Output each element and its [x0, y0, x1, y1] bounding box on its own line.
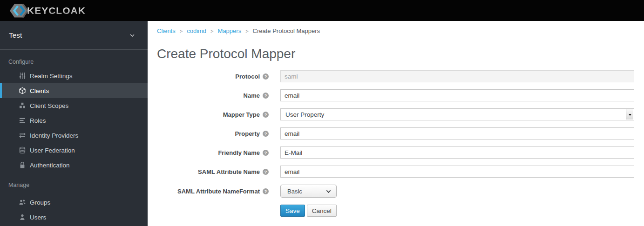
mapper-type-selected-value: User Property: [285, 111, 324, 118]
field-label-column: Property ?: [157, 130, 280, 137]
groups-icon: [19, 199, 26, 206]
sidebar-item-label: Groups: [30, 199, 50, 206]
sidebar: Test Configure Realm Settings Clients Cl…: [0, 21, 148, 226]
dropdown-arrow-icon[interactable]: [626, 109, 633, 120]
field-label-column: Name ?: [157, 92, 280, 99]
cube-icon: [19, 87, 26, 94]
field-input-column: Basic: [280, 185, 634, 198]
sidebar-item-label: Users: [30, 214, 46, 221]
breadcrumb-separator-icon: >: [180, 28, 183, 34]
field-input-column: [280, 127, 634, 140]
sidebar-item-label: Authentication: [30, 162, 70, 169]
field-input-column: [280, 70, 634, 82]
sidebar-item-label: User Federation: [30, 147, 75, 154]
form-row: Protocol ?: [157, 70, 634, 82]
saml-attribute-name-input[interactable]: [280, 166, 634, 178]
arrows-icon: [19, 132, 26, 139]
sidebar-item-clients[interactable]: Clients: [0, 83, 148, 98]
field-label-column: Protocol ?: [157, 73, 280, 80]
field-label: SAML Attribute NameFormat: [177, 188, 260, 195]
form-row: SAML Attribute NameFormat ? Basic: [157, 185, 634, 198]
help-icon[interactable]: ?: [263, 169, 269, 175]
help-icon[interactable]: ?: [263, 150, 269, 156]
field-input-column: User Property: [280, 108, 634, 120]
breadcrumb-link-clients[interactable]: Clients: [157, 27, 176, 34]
saml-attribute-nameformat-select[interactable]: Basic: [280, 185, 337, 198]
brand-wordmark: KEYCLOAK: [27, 5, 86, 16]
form-actions: Save Cancel: [280, 205, 634, 217]
form-row: Friendly Name ?: [157, 146, 634, 159]
sidebar-item-authentication[interactable]: Authentication: [0, 158, 148, 173]
form-row: Mapper Type ? User Property: [157, 108, 634, 120]
sidebar-nav: Configure Realm Settings Clients Client …: [0, 50, 148, 225]
breadcrumb-separator-icon: >: [210, 28, 213, 34]
sidebar-item-label: Client Scopes: [30, 102, 68, 109]
field-label: Mapper Type: [223, 111, 260, 118]
main-content: Clients>codimd>Mappers>Create Protocol M…: [148, 21, 644, 226]
sliders-icon: [19, 72, 26, 80]
sidebar-item-roles[interactable]: Roles: [0, 113, 148, 128]
field-label-column: SAML Attribute NameFormat ?: [157, 188, 280, 195]
field-label: Protocol: [235, 73, 260, 80]
help-icon[interactable]: ?: [263, 93, 269, 99]
field-label: Friendly Name: [218, 149, 260, 156]
top-bar: KEYCLOAK: [0, 0, 644, 21]
realm-selector[interactable]: Test: [0, 21, 148, 50]
list-icon: [19, 117, 26, 124]
lock-icon: [19, 161, 26, 169]
breadcrumb-separator-icon: >: [245, 28, 248, 34]
mapper-type-select[interactable]: User Property: [280, 108, 634, 120]
sidebar-item-label: Identity Providers: [30, 132, 78, 139]
breadcrumb: Clients>codimd>Mappers>Create Protocol M…: [157, 27, 634, 34]
field-label-column: SAML Attribute Name ?: [157, 168, 280, 175]
sidebar-item-user-federation[interactable]: User Federation: [0, 143, 148, 158]
sidebar-item-label: Realm Settings: [30, 73, 73, 80]
keycloak-logo[interactable]: KEYCLOAK: [10, 3, 86, 18]
sidebar-item-identity-providers[interactable]: Identity Providers: [0, 128, 148, 143]
cubes-icon: [19, 102, 26, 109]
sidebar-item-realm-settings[interactable]: Realm Settings: [0, 68, 148, 83]
help-icon[interactable]: ?: [263, 131, 269, 137]
help-icon[interactable]: ?: [263, 188, 269, 194]
breadcrumb-current-create-protocol-mappers: Create Protocol Mappers: [253, 27, 320, 34]
user-icon: [19, 213, 26, 221]
friendly-name-input[interactable]: [280, 146, 634, 159]
field-label: SAML Attribute Name: [198, 168, 260, 175]
chevron-down-icon: [129, 32, 136, 39]
chevron-down-icon: [326, 188, 331, 193]
field-label: Property: [235, 130, 260, 137]
form-row: Property ?: [157, 127, 634, 140]
sidebar-item-client-scopes[interactable]: Client Scopes: [0, 98, 148, 113]
sidebar-section-label: Manage: [0, 173, 148, 195]
field-label-column: Friendly Name ?: [157, 149, 280, 156]
form-row: SAML Attribute Name ?: [157, 166, 634, 178]
field-input-column: [280, 89, 634, 101]
help-icon[interactable]: ?: [263, 112, 269, 118]
saml-attribute-nameformat-selected-value: Basic: [287, 188, 302, 195]
sidebar-item-users[interactable]: Users: [0, 210, 148, 225]
create-protocol-mapper-form: Protocol ? Name ? Mapper Type ? User Pro…: [157, 70, 634, 198]
database-icon: [19, 146, 26, 154]
breadcrumb-link-mappers[interactable]: Mappers: [218, 27, 242, 34]
field-label: Name: [244, 92, 260, 99]
field-input-column: [280, 166, 634, 178]
breadcrumb-link-codimd[interactable]: codimd: [187, 27, 206, 34]
property-input[interactable]: [280, 127, 634, 140]
sidebar-item-groups[interactable]: Groups: [0, 195, 148, 210]
save-button[interactable]: Save: [280, 205, 305, 217]
realm-name: Test: [9, 31, 22, 40]
form-row: Name ?: [157, 89, 634, 101]
field-label-column: Mapper Type ?: [157, 111, 280, 118]
cancel-button[interactable]: Cancel: [307, 205, 337, 217]
page-title: Create Protocol Mapper: [157, 47, 634, 61]
help-icon[interactable]: ?: [263, 73, 269, 80]
protocol-input: [280, 70, 634, 82]
sidebar-section-label: Configure: [0, 50, 148, 68]
sidebar-item-label: Clients: [30, 87, 49, 94]
field-input-column: [280, 146, 634, 159]
keycloak-hexagon-icon: [10, 3, 28, 18]
sidebar-item-label: Roles: [30, 117, 46, 124]
name-input[interactable]: [280, 89, 634, 101]
